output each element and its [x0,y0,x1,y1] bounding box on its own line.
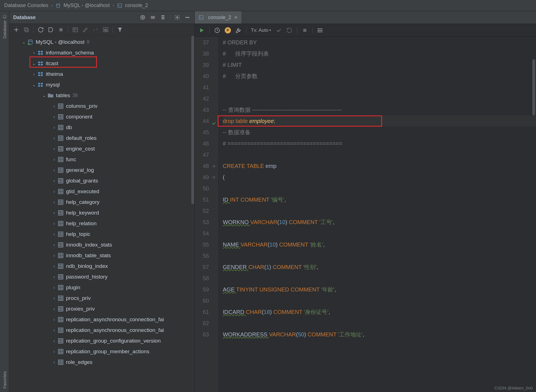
tree-arrow[interactable]: › [51,253,57,258]
tree-arrow[interactable]: › [51,125,57,130]
tree-arrow[interactable]: › [51,264,57,268]
run-icon[interactable] [199,27,205,33]
copy-icon[interactable] [23,27,29,33]
add-icon[interactable] [13,27,19,33]
tree-arrow[interactable]: › [51,307,57,311]
filter-icon[interactable] [117,27,123,33]
tree-arrow[interactable]: › [51,296,57,300]
scrollbar[interactable] [191,36,194,392]
watermark: CSDN @Aileen_0v0 [494,386,533,390]
rows-icon[interactable] [317,27,323,33]
tree-arrow[interactable]: › [51,339,57,343]
tx-mode-dropdown[interactable]: Tx: Auto ▾ [251,28,271,33]
explain-plan-icon[interactable]: P [225,27,231,33]
table-node[interactable]: ›proxies_priv [9,304,194,314]
gear-icon[interactable] [174,14,180,20]
database-tree[interactable]: ⌄MySQL - @localhost9›information_schema⌄… [9,36,194,392]
count-badge: 9 [87,39,89,45]
table-node[interactable]: ›global_grants [9,176,194,186]
bc-item[interactable]: MySQL - @localhost [63,3,110,8]
expand-all-icon[interactable] [150,14,156,20]
schema-node[interactable]: ⌄mysql [9,79,194,90]
tree-arrow[interactable]: › [51,115,57,119]
stop-icon[interactable] [58,27,64,33]
minimize-icon[interactable] [184,14,190,20]
cancel-icon[interactable] [302,27,308,33]
tree-arrow[interactable]: › [51,360,57,364]
bc-item[interactable]: console_2 [125,3,148,8]
table-node[interactable]: ›replication_group_configuration_version [9,336,194,346]
tree-arrow[interactable]: › [51,221,57,226]
table-node[interactable]: ›plugin [9,282,194,293]
table-node[interactable]: ›role_edges [9,357,194,368]
tree-arrow[interactable]: › [51,285,57,290]
tree-arrow[interactable]: › [51,157,57,162]
tree-arrow[interactable]: › [51,104,57,108]
tree-arrow[interactable]: › [51,179,57,183]
table-node[interactable]: ›help_category [9,197,194,208]
edit-icon[interactable] [82,27,88,33]
favorites-tool-tab[interactable]: Favorites [2,368,7,392]
rollback-icon[interactable] [286,27,292,33]
table-node[interactable]: ›password_history [9,272,194,282]
close-icon[interactable]: ✕ [234,15,238,20]
tree-arrow[interactable]: › [51,349,57,354]
tree-arrow[interactable]: ⌄ [31,61,37,66]
table-node[interactable]: ›engine_cost [9,143,194,154]
tree-arrow[interactable]: › [31,72,37,76]
tree-arrow[interactable]: ⌄ [21,40,27,44]
tree-arrow[interactable]: › [51,328,57,332]
table-node[interactable]: ›procs_priv [9,293,194,304]
scrollbar[interactable] [532,37,535,392]
table-node[interactable]: ›default_roles [9,133,194,143]
table-node[interactable]: ›replication_asynchronous_connection_fai [9,314,194,325]
bc-item[interactable]: Database Consoles [4,3,48,8]
refresh-icon[interactable] [38,27,44,33]
table-node[interactable]: ›help_relation [9,218,194,229]
tree-arrow[interactable]: ⌄ [41,93,47,98]
target-icon[interactable] [140,14,146,20]
table-node[interactable]: ›replication_asynchronous_connection_fai [9,325,194,336]
datasource-node[interactable]: ⌄MySQL - @localhost9 [9,37,194,47]
history-icon[interactable] [214,27,220,33]
table-node[interactable]: ›general_log [9,165,194,176]
wrench-icon[interactable] [235,27,242,33]
commit-icon[interactable] [276,27,282,33]
code-editor[interactable]: 3738394041424344454647484950515253545556… [195,37,536,392]
schema-node-itcast[interactable]: ⌄itcast [9,58,194,69]
schema-node[interactable]: ›itheima [9,69,194,79]
tree-arrow[interactable]: › [51,232,57,236]
tree-arrow[interactable]: ⌄ [31,83,37,87]
tab-console2[interactable]: console_2 ✕ [195,11,242,24]
table-node[interactable]: ›gtid_executed [9,186,194,197]
tree-arrow[interactable]: › [51,168,57,172]
tree-arrow[interactable]: › [51,211,57,215]
table-node[interactable]: ›columns_priv [9,101,194,111]
tree-arrow[interactable]: › [51,243,57,247]
table-node[interactable]: ›innodb_index_stats [9,240,194,250]
tree-arrow[interactable]: › [31,51,37,55]
schema-node[interactable]: ›information_schema [9,47,194,58]
table-node[interactable]: ›ndb_binlog_index [9,261,194,272]
table-node[interactable]: ›db [9,122,194,133]
table-node[interactable]: ›component [9,111,194,122]
tree-arrow[interactable]: › [51,275,57,279]
table-node[interactable]: ›innodb_table_stats [9,250,194,261]
collapse-all-icon[interactable] [160,14,166,20]
tree-arrow[interactable]: › [51,136,57,140]
tree-arrow[interactable]: › [51,147,57,151]
table-node[interactable]: ›help_keyword [9,208,194,218]
tree-label: proxies_priv [66,306,95,312]
script-icon[interactable] [48,27,54,33]
console-icon[interactable]: DL [103,27,109,33]
table-node[interactable]: ›func [9,154,194,165]
tree-arrow[interactable]: › [51,317,57,322]
table-node[interactable]: ›help_topic [9,229,194,240]
tree-arrow[interactable]: › [51,200,57,204]
database-tool-tab[interactable]: Database [2,11,7,42]
sync-icon[interactable] [92,27,99,33]
tables-folder[interactable]: ⌄tables38 [9,90,194,101]
table-node[interactable]: ›replication_group_member_actions [9,346,194,357]
table-icon[interactable] [72,27,78,33]
tree-arrow[interactable]: › [51,189,57,194]
